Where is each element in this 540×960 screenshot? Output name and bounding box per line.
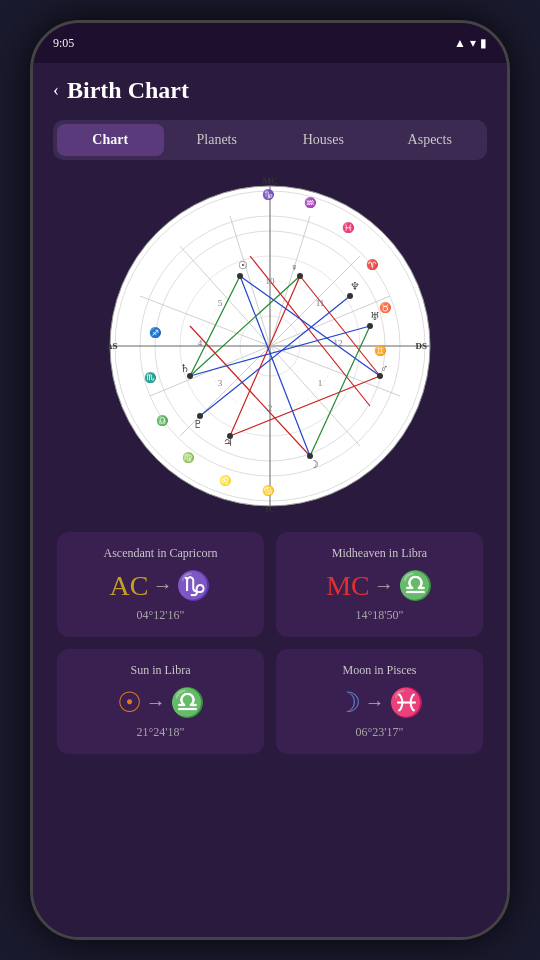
sun-glyph: ☉ [117,686,142,719]
birth-chart-svg: ♑ ♒ ♓ ♈ ♉ ♊ ♋ ♌ ♍ ♎ ♏ ♐ ♀ ☉ ♂ ♄ [100,176,440,516]
svg-text:♀: ♀ [290,261,298,273]
midheaven-title: Midheaven in Libra [288,546,471,561]
tab-chart[interactable]: Chart [57,124,164,156]
ascendant-title: Ascendant in Capricorn [69,546,252,561]
svg-text:MC: MC [263,176,278,186]
tab-houses[interactable]: Houses [270,124,377,156]
moon-card: Moon in Pisces ☽ → ♓ 06°23'17" [276,649,483,754]
svg-text:♐: ♐ [149,326,162,339]
tab-planets[interactable]: Planets [164,124,271,156]
svg-point-38 [347,293,353,299]
signal-icon: ▲ [454,36,466,51]
svg-text:♉: ♉ [379,301,392,314]
notch [210,23,330,47]
moon-degree: 06°23'17" [288,725,471,740]
sun-arrow: → [146,691,166,714]
svg-text:♇: ♇ [193,418,203,430]
main-content: ‹ Birth Chart Chart Planets Houses Aspec… [33,63,507,940]
ac-arrow: → [152,574,172,597]
page-title: Birth Chart [67,77,189,104]
mc-label: MC [326,570,370,602]
moon-title: Moon in Pisces [288,663,471,678]
svg-text:12: 12 [334,338,343,348]
svg-text:♎: ♎ [156,414,169,427]
svg-text:♍: ♍ [182,451,195,464]
moon-symbol: ☽ → ♓ [288,686,471,719]
phone-frame: 9:05 ▲ ▾ ▮ ‹ Birth Chart Chart Planets H… [30,20,510,940]
svg-text:♂: ♂ [380,362,388,374]
info-cards: Ascendant in Capricorn AC → ♑ 04°12'16" … [53,532,487,754]
ascendant-degree: 04°12'16" [69,608,252,623]
svg-text:♆: ♆ [350,280,360,292]
tab-aspects[interactable]: Aspects [377,124,484,156]
svg-text:4: 4 [198,338,203,348]
svg-point-37 [367,323,373,329]
back-button[interactable]: ‹ [53,80,59,101]
svg-text:1: 1 [318,378,323,388]
chart-container: ♑ ♒ ♓ ♈ ♉ ♊ ♋ ♌ ♍ ♎ ♏ ♐ ♀ ☉ ♂ ♄ [53,176,487,516]
svg-text:11: 11 [316,298,325,308]
svg-text:♑: ♑ [262,188,275,201]
header: ‹ Birth Chart [53,73,487,104]
ascendant-card: Ascendant in Capricorn AC → ♑ 04°12'16" [57,532,264,637]
svg-point-31 [297,273,303,279]
sun-degree: 21°24'18" [69,725,252,740]
svg-text:☉: ☉ [238,259,248,271]
midheaven-symbol: MC → ♎ [288,569,471,602]
wifi-icon: ▾ [470,36,476,51]
svg-text:♋: ♋ [262,484,275,497]
libra-symbol-sun: ♎ [170,686,205,719]
mc-arrow: → [374,574,394,597]
svg-text:10: 10 [266,276,276,286]
sun-card: Sun in Libra ☉ → ♎ 21°24'18" [57,649,264,754]
moon-glyph: ☽ [336,686,361,719]
svg-text:♊: ♊ [374,344,387,357]
svg-text:♈: ♈ [366,258,379,271]
ascendant-symbol: AC → ♑ [69,569,252,602]
midheaven-card: Midheaven in Libra MC → ♎ 14°18'50" [276,532,483,637]
battery-icon: ▮ [480,36,487,51]
svg-text:3: 3 [218,378,223,388]
libra-symbol-mc: ♎ [398,569,433,602]
sun-title: Sun in Libra [69,663,252,678]
svg-text:♓: ♓ [342,221,355,234]
svg-text:♄: ♄ [180,362,190,374]
status-icons: ▲ ▾ ▮ [454,36,487,51]
svg-text:2: 2 [268,403,273,413]
ac-label: AC [110,570,149,602]
svg-text:♌: ♌ [219,474,232,487]
svg-text:♏: ♏ [144,371,157,384]
tab-bar: Chart Planets Houses Aspects [53,120,487,160]
svg-text:DS: DS [415,341,427,351]
svg-point-32 [237,273,243,279]
sun-symbol: ☉ → ♎ [69,686,252,719]
svg-text:IC: IC [265,504,275,514]
svg-text:♃: ♃ [223,436,233,448]
svg-text:☽: ☽ [309,458,319,470]
status-time: 9:05 [53,36,74,51]
svg-text:♅: ♅ [370,310,380,322]
svg-text:5: 5 [218,298,223,308]
capricorn-symbol: ♑ [176,569,211,602]
svg-text:♒: ♒ [304,196,317,209]
moon-arrow: → [365,691,385,714]
svg-text:AS: AS [106,341,118,351]
pisces-symbol: ♓ [389,686,424,719]
midheaven-degree: 14°18'50" [288,608,471,623]
